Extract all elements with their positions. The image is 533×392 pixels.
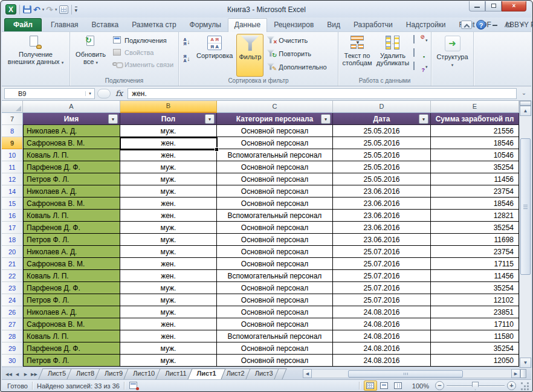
cell-gender-21[interactable]: жен. [120,258,217,270]
row-header-29[interactable]: 29 [2,342,23,355]
tab-главная[interactable]: Главная [44,18,85,31]
cell-name-15[interactable]: Сафронова В. М. [23,198,120,210]
cell-name-26[interactable]: Николаев А. Д. [23,306,120,318]
cell-name-22[interactable]: Коваль Л. П. [23,270,120,282]
zoom-in-icon[interactable]: + [507,381,516,390]
row-header-14[interactable]: 14 [2,185,23,198]
workbook-restore-icon[interactable] [504,21,514,28]
cell-sum-30[interactable]: 12050 [431,355,519,367]
formula-input[interactable]: жен. [128,88,517,99]
cell-sum-17[interactable]: 35254 [431,222,519,234]
connections-button[interactable]: Подключения [111,35,175,45]
cell-date-26[interactable]: 24.08.2016 [333,306,431,318]
scroll-right-icon[interactable]: ▶ [511,369,520,378]
cell-category-12[interactable]: Основной персонал [217,173,333,185]
page-break-view-button[interactable] [392,381,405,391]
cell-gender-23[interactable]: муж. [120,282,217,294]
cell-sum-16[interactable]: 12821 [431,210,519,222]
help-icon[interactable]: ? [476,20,486,30]
zoom-out-icon[interactable]: − [435,381,444,390]
cell-date-9[interactable]: 25.05.2016 [333,137,431,149]
cell-gender-30[interactable]: муж. [120,355,217,367]
row-header-8[interactable]: 8 [2,125,23,137]
cell-date-22[interactable]: 25.07.2016 [333,270,431,282]
cell-sum-18[interactable]: 11698 [431,234,519,246]
cell-gender-29[interactable]: муж. [120,342,217,355]
row-header-30[interactable]: 30 [2,355,23,367]
column-header-A[interactable]: A [23,101,120,113]
cell-category-8[interactable]: Основной персонал [217,125,333,137]
cell-sum-27[interactable]: 17110 [431,318,519,330]
cell-gender-12[interactable]: муж. [120,173,217,185]
name-box-dropdown-icon[interactable]: ▾ [85,91,94,96]
cell-name-10[interactable]: Коваль Л. П. [23,149,120,161]
cell-category-20[interactable]: Основной персонал [217,246,333,258]
last-sheet-icon[interactable]: ▶▶ [30,370,38,378]
cell-sum-12[interactable]: 11456 [431,173,519,185]
tab-формулы[interactable]: Формулы [183,18,228,31]
table-header-A[interactable]: Имя▾ [23,113,120,125]
cell-gender-18[interactable]: муж. [120,234,217,246]
cell-date-10[interactable]: 25.05.2016 [333,149,431,161]
cell-gender-20[interactable]: муж. [120,246,217,258]
cell-date-14[interactable]: 23.06.2016 [333,185,431,198]
expand-formula-bar-icon[interactable]: ⌄ [519,89,529,98]
cell-category-14[interactable]: Основной персонал [217,185,333,198]
cell-sum-23[interactable]: 35254 [431,282,519,294]
tab-вставка[interactable]: Вставка [85,18,126,31]
cell-name-9[interactable]: Сафронова В. М. [23,137,120,149]
cell-date-30[interactable]: 24.08.2016 [333,355,431,367]
cell-name-24[interactable]: Петров Ф. Л. [23,294,120,306]
table-header-C[interactable]: Категория персонала▾ [217,113,333,125]
cell-category-24[interactable]: Основной персонал [217,294,333,306]
outline-button[interactable]: ➜ Структура▾ [434,34,470,77]
collapse-ribbon-icon[interactable] [461,21,472,29]
cell-gender-17[interactable]: муж. [120,222,217,234]
edit-links-button[interactable]: Изменить связи [111,59,175,69]
filter-button[interactable]: Фильтр [236,34,263,77]
cell-date-29[interactable]: 24.08.2016 [333,342,431,355]
tab-split-handle[interactable] [520,369,526,378]
row-header-17[interactable]: 17 [2,222,23,234]
column-header-C[interactable]: C [217,101,333,113]
row-header-18[interactable]: 18 [2,234,23,246]
cell-gender-11[interactable]: муж. [120,161,217,173]
what-if-analysis-button[interactable]: ?▾ [412,62,430,72]
resize-grip[interactable] [521,382,529,391]
cell-date-11[interactable]: 25.05.2016 [333,161,431,173]
horizontal-scrollbar[interactable]: ◀ ▶ [303,369,526,378]
cell-sum-14[interactable]: 23754 [431,185,519,198]
tab-разработчи[interactable]: Разработчи [347,18,399,31]
restore-button[interactable] [485,1,502,11]
cell-category-30[interactable]: Основной персонал [217,355,333,367]
cell-name-16[interactable]: Коваль Л. П. [23,210,120,222]
next-sheet-icon[interactable]: ▶ [22,370,30,378]
sort-button[interactable]: А ЯЯ А Сортировка [194,34,235,77]
data-validation-button[interactable]: ⊘▾ [412,35,430,45]
cell-date-16[interactable]: 23.06.2016 [333,210,431,222]
cell-name-14[interactable]: Николаев А. Д. [23,185,120,198]
consolidate-button[interactable]: ▪ [412,48,430,59]
cell-gender-15[interactable]: жен. [120,198,217,210]
sort-descending-button[interactable]: ЯА↓ [181,52,193,65]
cell-date-27[interactable]: 24.08.2016 [333,318,431,330]
first-sheet-icon[interactable]: ◀◀ [5,370,13,378]
cell-sum-29[interactable]: 35254 [431,342,519,355]
cell-name-27[interactable]: Сафронова В. М. [23,318,120,330]
cell-category-9[interactable]: Основной персонал [217,137,333,149]
redo-icon[interactable]: ↷ [46,5,53,14]
filter-dropdown-icon[interactable]: ▾ [108,114,118,124]
cell-sum-15[interactable]: 18546 [431,198,519,210]
column-header-E[interactable]: E [431,101,519,113]
horizontal-scrollbar-track[interactable] [312,369,511,378]
filter-dropdown-icon[interactable]: ▾ [419,114,428,124]
excel-logo-icon[interactable]: X [5,4,16,14]
cell-sum-22[interactable]: 11456 [431,270,519,282]
cell-sum-26[interactable]: 23851 [431,306,519,318]
row-header-10[interactable]: 10 [2,149,23,161]
table-header-B[interactable]: Пол▾ [120,113,217,125]
cell-gender-27[interactable]: жен. [120,318,217,330]
cell-category-17[interactable]: Основной персонал [217,222,333,234]
row-header-16[interactable]: 16 [2,210,23,222]
row-header-23[interactable]: 23 [2,282,23,294]
